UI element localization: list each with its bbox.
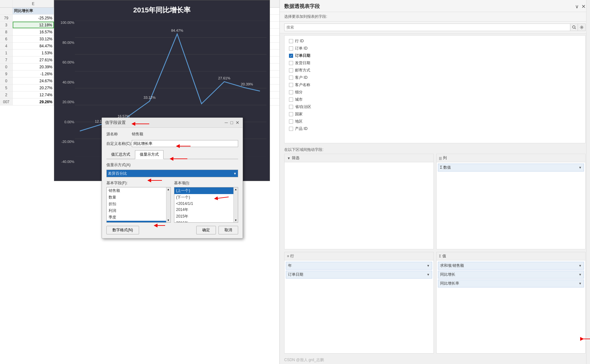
dialog-maximize-button[interactable]: □ <box>231 120 233 125</box>
data-cell: 24.67% <box>13 78 54 84</box>
list-item[interactable]: 2015年 <box>174 213 234 220</box>
field-checkbox[interactable] <box>289 76 293 80</box>
y-axis-labels: 100.00% 80.00% 60.00% 40.00% 20.00% 0.00… <box>57 21 74 164</box>
filter-zone-header: ▼ 筛选 <box>285 154 433 162</box>
field-item[interactable]: 国家 <box>289 111 581 118</box>
custom-name-label: 自定义名称(C): <box>106 141 132 146</box>
base-field-column: 基本字段(F): 销售额 数量 折扣 利润 季度 年 ▲ ▼ <box>106 180 171 223</box>
field-checkbox[interactable] <box>289 83 293 87</box>
dialog-close-button[interactable]: ✕ <box>236 120 239 125</box>
drag-zone-item-dropdown-icon[interactable]: ▼ <box>427 273 430 276</box>
field-item[interactable]: 省/自治区 <box>289 103 581 111</box>
field-checkbox-checked[interactable] <box>289 54 293 58</box>
panel-chevron-button[interactable]: ∨ <box>575 3 579 10</box>
tab-summary[interactable]: 值汇总方式 <box>106 150 135 159</box>
field-label-checked: 订单日期 <box>295 53 310 58</box>
list-item[interactable]: 季度 <box>107 214 166 221</box>
data-cell: 84.47% <box>13 43 54 49</box>
rows-zone: ≡ 行 年 ▼ 订单日期 ▼ <box>284 252 434 354</box>
base-field-listbox[interactable]: 销售额 数量 折扣 利润 季度 年 <box>107 187 166 222</box>
field-item[interactable]: 订单 ID <box>289 45 581 52</box>
list-item[interactable]: 2014年 <box>174 206 234 213</box>
custom-name-input[interactable] <box>132 140 238 147</box>
drag-zone-item-dropdown-icon[interactable]: ▼ <box>579 264 582 267</box>
field-item[interactable]: 客户名称 <box>289 81 581 89</box>
drag-zone-item-dropdown-icon[interactable]: ▼ <box>427 264 430 267</box>
field-label: 产品 ID <box>295 126 307 131</box>
settings-icon-button[interactable] <box>578 24 586 31</box>
list-item[interactable]: 折扣 <box>107 201 166 207</box>
dialog-minimize-button[interactable]: ─ <box>225 120 228 125</box>
scrollbar-up-icon[interactable]: ▲ <box>167 188 170 191</box>
field-item[interactable]: 邮寄方式 <box>289 67 581 74</box>
drag-zone-item-dropdown-icon[interactable]: ▼ <box>579 282 582 285</box>
list-item[interactable]: 2016年 <box>174 220 234 222</box>
field-checkbox[interactable] <box>289 112 293 116</box>
list-item[interactable]: (下一个) <box>174 194 234 201</box>
field-checkbox[interactable] <box>289 119 293 124</box>
drag-zone-item-tongbi[interactable]: 同比增长率 ▼ <box>438 280 584 287</box>
panel-subtitle: 选择要添加到报表的字段: <box>280 12 590 22</box>
tab-display[interactable]: 值显示方式 <box>135 150 164 159</box>
list-item[interactable]: 数量 <box>107 194 166 201</box>
field-item[interactable]: 地区 <box>289 118 581 125</box>
y-label: 40.00% <box>57 80 74 84</box>
drag-zone-item[interactable]: Σ 数值 ▼ <box>438 164 584 172</box>
ok-button[interactable]: 确定 <box>196 226 216 234</box>
row-number: 0 <box>0 78 13 84</box>
row-number: 2 <box>0 91 13 98</box>
number-format-button[interactable]: 数字格式(N) <box>106 226 139 234</box>
scrollbar-up-icon[interactable]: ▲ <box>235 188 237 191</box>
field-checkbox[interactable] <box>289 105 293 109</box>
fields-list: 行 ID 订单 ID 订单日期 发货日期 邮寄方式 客户 ID 客户名称 细分 <box>284 35 586 143</box>
field-item[interactable]: 客户 ID <box>289 74 581 81</box>
svg-text:20.39%: 20.39% <box>241 82 253 86</box>
drag-zone-item[interactable]: 求和项:销售额 ▼ <box>438 262 584 270</box>
drag-zone-item[interactable]: 同比增长 ▼ <box>438 271 584 279</box>
settings-icon <box>580 25 584 30</box>
field-checkbox[interactable] <box>289 127 293 131</box>
svg-text:27.61%: 27.61% <box>218 76 230 80</box>
list-item[interactable]: <2014/1/1 <box>174 201 234 206</box>
y-label: 0.00% <box>57 120 74 124</box>
base-item-listbox[interactable]: (上一个) (下一个) <2014/1/1 2014年 2015年 2016年 <box>174 187 234 222</box>
search-input[interactable] <box>284 24 570 31</box>
drag-zone-item-dropdown-icon[interactable]: ▼ <box>579 273 582 276</box>
list-item-selected[interactable]: 年 <box>107 221 166 222</box>
panel-close-button[interactable]: ✕ <box>581 3 586 10</box>
cancel-button[interactable]: 取消 <box>218 226 238 234</box>
field-checkbox[interactable] <box>289 61 293 65</box>
display-method-dropdown[interactable]: 差异百分比 ▼ <box>106 170 238 177</box>
scrollbar-down-icon[interactable]: ▼ <box>235 219 237 222</box>
list-item[interactable]: 利润 <box>107 207 166 214</box>
drag-zone-item-dropdown-icon[interactable]: ▼ <box>579 166 582 169</box>
data-cell-selected[interactable]: 12.18% <box>13 22 54 28</box>
list-item[interactable]: 销售额 <box>107 187 166 194</box>
field-item[interactable]: 产品 ID <box>289 125 581 132</box>
base-field-label: 基本字段(F): <box>106 180 171 186</box>
field-item[interactable]: 行 ID <box>289 37 581 45</box>
field-checkbox[interactable] <box>289 39 293 43</box>
field-checkbox[interactable] <box>289 46 293 51</box>
drag-zone-item[interactable]: 年 ▼ <box>286 262 432 270</box>
drag-zone-item-label: 求和项:销售额 <box>440 263 464 268</box>
list-item-selected[interactable]: (上一个) <box>174 187 234 194</box>
field-label: 地区 <box>295 119 303 124</box>
field-item[interactable]: 订单日期 <box>289 52 581 59</box>
rows-icon: ≡ <box>287 254 289 258</box>
y-label: 60.00% <box>57 60 74 64</box>
right-panel: 数据透视表字段 ∨ ✕ 选择要添加到报表的字段: 行 ID <box>279 0 590 364</box>
search-icon-button[interactable] <box>570 24 578 31</box>
watermark-area: CSDN @殷人 grd_志鹏 <box>280 356 590 364</box>
field-item[interactable]: 发货日期 <box>289 59 581 67</box>
drag-zone-item[interactable]: 订单日期 ▼ <box>286 271 432 279</box>
field-item[interactable]: 细分 <box>289 89 581 96</box>
field-checkbox[interactable] <box>289 90 293 94</box>
scrollbar-down-icon[interactable]: ▼ <box>167 219 170 222</box>
field-checkbox[interactable] <box>289 98 293 102</box>
panel-header: 数据透视表字段 ∨ ✕ <box>280 0 590 12</box>
field-checkbox[interactable] <box>289 68 293 72</box>
field-label: 订单 ID <box>295 46 307 51</box>
svg-line-22 <box>575 28 576 29</box>
field-item[interactable]: 城市 <box>289 96 581 103</box>
